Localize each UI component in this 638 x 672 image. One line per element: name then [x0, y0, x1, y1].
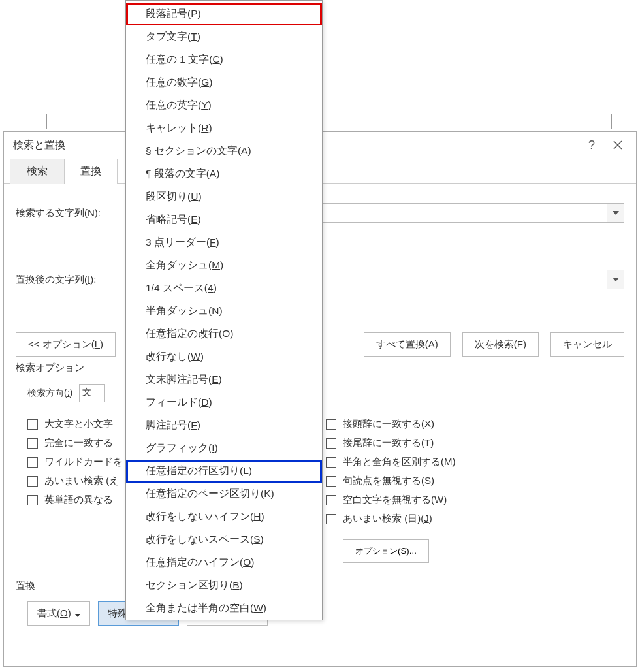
- direction-select[interactable]: 文: [79, 384, 105, 402]
- menu-item[interactable]: 任意指定の改行(O): [126, 323, 322, 345]
- check-item[interactable]: 接頭辞に一致する(X): [326, 418, 624, 430]
- menu-item[interactable]: 任意の 1 文字(C): [126, 48, 322, 71]
- chevron-down-icon[interactable]: [607, 270, 624, 289]
- check-item[interactable]: 半角と全角を区別する(M): [326, 456, 624, 468]
- menu-item[interactable]: § セクションの文字(A): [126, 140, 322, 163]
- checkbox-icon[interactable]: [27, 495, 38, 505]
- checkbox-icon[interactable]: [326, 514, 336, 524]
- ruler-mark: [611, 114, 612, 129]
- menu-item[interactable]: キャレット(R): [126, 117, 322, 140]
- checkbox-icon[interactable]: [326, 476, 336, 487]
- menu-item[interactable]: 3 点リーダー(F): [126, 231, 322, 254]
- checkbox-icon[interactable]: [27, 457, 38, 468]
- checkbox-icon[interactable]: [27, 476, 38, 487]
- menu-item[interactable]: 改行をしないスペース(S): [126, 528, 322, 551]
- menu-item[interactable]: 文末脚注記号(E): [126, 368, 322, 391]
- replace-all-button[interactable]: すべて置換(A): [364, 332, 451, 357]
- check-item[interactable]: 接尾辞に一致する(T): [326, 437, 624, 449]
- menu-item[interactable]: 段区切り(U): [126, 185, 322, 208]
- check-item[interactable]: 空白文字を無視する(W): [326, 494, 624, 506]
- check-item[interactable]: あいまい検索 (日)(J): [326, 513, 624, 525]
- menu-item[interactable]: ¶ 段落の文字(A): [126, 163, 322, 185]
- menu-item[interactable]: 改行をしないハイフン(H): [126, 505, 322, 528]
- checkbox-icon[interactable]: [27, 419, 38, 430]
- menu-item[interactable]: 段落記号(P): [126, 3, 322, 25]
- menu-item[interactable]: フィールド(D): [126, 391, 322, 414]
- menu-item[interactable]: 任意の英字(Y): [126, 94, 322, 117]
- menu-item[interactable]: 改行なし(W): [126, 345, 322, 368]
- dialog-title: 検索と置換: [13, 138, 65, 152]
- caret-down-icon: [75, 608, 80, 619]
- menu-item[interactable]: 任意指定の行区切り(L): [126, 460, 322, 483]
- direction-label: 検索方向(:): [27, 387, 72, 399]
- menu-item[interactable]: 全角ダッシュ(M): [126, 254, 322, 277]
- menu-item[interactable]: 任意指定のハイフン(O): [126, 551, 322, 574]
- format-button[interactable]: 書式(O): [27, 601, 90, 626]
- options-toggle-button[interactable]: << オプション(L): [16, 332, 116, 357]
- menu-item[interactable]: タブ文字(T): [126, 25, 322, 48]
- close-icon[interactable]: [605, 132, 631, 158]
- help-icon[interactable]: ?: [579, 132, 605, 158]
- checkbox-icon[interactable]: [326, 495, 336, 505]
- menu-item[interactable]: 半角ダッシュ(N): [126, 300, 322, 323]
- find-next-button[interactable]: 次を検索(F): [462, 332, 539, 357]
- check-item[interactable]: 句読点を無視する(S): [326, 475, 624, 487]
- menu-item[interactable]: グラフィック(I): [126, 437, 322, 460]
- menu-item[interactable]: 省略記号(E): [126, 208, 322, 231]
- cancel-button[interactable]: キャンセル: [550, 332, 624, 357]
- menu-item[interactable]: 脚注記号(F): [126, 414, 322, 437]
- menu-item[interactable]: 任意指定のページ区切り(K): [126, 483, 322, 505]
- checkbox-icon[interactable]: [326, 438, 336, 449]
- options-detail-button[interactable]: オプション(S)...: [343, 539, 429, 563]
- menu-item[interactable]: セクション区切り(B): [126, 574, 322, 597]
- checkbox-icon[interactable]: [326, 419, 336, 430]
- ruler-mark: [46, 114, 47, 129]
- menu-item[interactable]: 全角または半角の空白(W): [126, 597, 322, 620]
- menu-item[interactable]: 1/4 スペース(4): [126, 277, 322, 300]
- replace-label: 置換後の文字列(I):: [16, 274, 127, 286]
- tab-search[interactable]: 検索: [10, 159, 64, 184]
- special-char-menu: 段落記号(P)タブ文字(T)任意の 1 文字(C)任意の数字(G)任意の英字(Y…: [125, 0, 323, 620]
- right-column: 接頭辞に一致する(X)接尾辞に一致する(T)半角と全角を区別する(M)句読点を無…: [326, 411, 624, 563]
- tab-replace[interactable]: 置換: [64, 159, 118, 184]
- chevron-down-icon[interactable]: [607, 204, 624, 222]
- find-label: 検索する文字列(N):: [16, 207, 127, 219]
- checkbox-icon[interactable]: [27, 438, 38, 449]
- checkbox-icon[interactable]: [326, 457, 336, 468]
- menu-item[interactable]: 任意の数字(G): [126, 71, 322, 94]
